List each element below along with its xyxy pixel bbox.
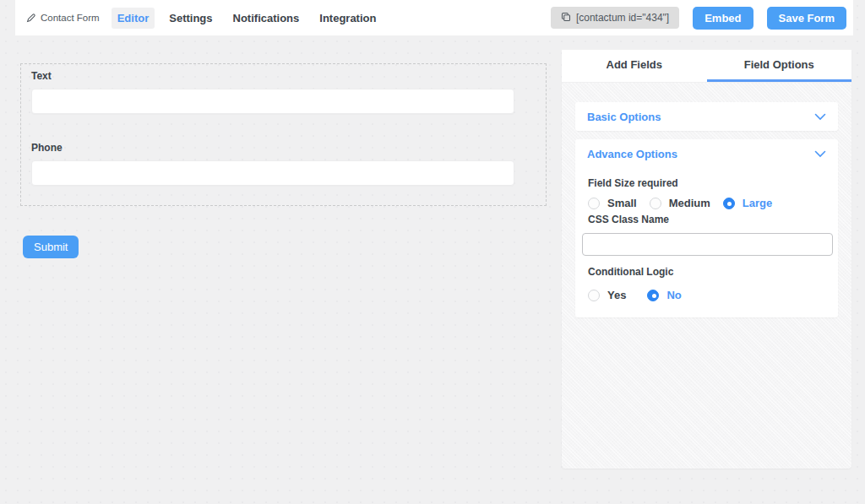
radio-icon: [588, 290, 600, 301]
advance-options-title: Advance Options: [587, 148, 677, 160]
panel-tab-bar: Add Fields Field Options: [562, 50, 851, 83]
top-bar-right: [contactum id="434"] Embed Save Form: [551, 7, 846, 30]
advance-options-body: Field Size required Small Medium Large: [575, 168, 838, 317]
form-field-phone[interactable]: Phone: [31, 142, 536, 186]
conditional-option-no[interactable]: No: [647, 289, 681, 301]
main-nav: Editor Settings Notifications Integratio…: [112, 8, 383, 29]
phone-field-input[interactable]: [31, 160, 514, 186]
form-title[interactable]: Contact Form: [25, 13, 100, 24]
nav-tab-editor[interactable]: Editor: [112, 8, 155, 29]
nav-tab-notifications[interactable]: Notifications: [227, 8, 306, 29]
panel-body: Basic Options Advance Options Fie: [562, 83, 851, 317]
field-size-option-large[interactable]: Large: [723, 197, 772, 209]
field-settings-panel: Add Fields Field Options Basic Options A…: [562, 50, 851, 469]
embed-button[interactable]: Embed: [693, 7, 753, 30]
form-preview-canvas[interactable]: Text Phone: [20, 63, 547, 206]
field-label-phone: Phone: [31, 142, 536, 154]
basic-options-toggle[interactable]: Basic Options: [575, 102, 838, 131]
css-class-input[interactable]: [582, 233, 833, 256]
shortcode-text: [contactum id="434"]: [576, 12, 669, 24]
radio-icon: [650, 198, 661, 209]
chevron-down-icon: [814, 109, 826, 124]
advance-options-toggle[interactable]: Advance Options: [575, 139, 838, 168]
nav-tab-integration[interactable]: Integration: [313, 8, 382, 29]
conditional-logic-radio-group: Yes No: [588, 289, 831, 301]
field-size-option-small[interactable]: Small: [588, 197, 637, 209]
radio-icon: [588, 198, 600, 209]
radio-checked-icon: [647, 290, 659, 301]
nav-tab-settings[interactable]: Settings: [163, 8, 218, 29]
form-title-label: Contact Form: [41, 13, 100, 23]
shortcode-copy-button[interactable]: [contactum id="434"]: [551, 7, 679, 29]
text-field-input[interactable]: [31, 89, 514, 114]
top-bar: Contact Form Editor Settings Notificatio…: [15, 0, 853, 35]
chevron-down-icon: [814, 146, 826, 161]
basic-options-title: Basic Options: [587, 111, 661, 123]
advance-options-section: Advance Options Field Size required Smal…: [575, 139, 838, 317]
top-bar-left: Contact Form Editor Settings Notificatio…: [25, 8, 382, 29]
submit-button[interactable]: Submit: [23, 236, 79, 258]
css-class-label: CSS Class Name: [588, 214, 831, 225]
pencil-icon: [25, 13, 36, 24]
field-label-text: Text: [31, 70, 536, 82]
field-size-label: Field Size required: [588, 177, 831, 189]
tab-field-options[interactable]: Field Options: [707, 50, 852, 82]
conditional-logic-label: Conditional Logic: [588, 266, 831, 278]
form-field-text[interactable]: Text: [31, 70, 536, 114]
field-size-option-medium[interactable]: Medium: [650, 197, 710, 209]
save-form-button[interactable]: Save Form: [767, 7, 846, 30]
copy-icon: [561, 12, 571, 24]
basic-options-section: Basic Options: [575, 102, 838, 131]
radio-checked-icon: [723, 198, 735, 209]
conditional-option-yes[interactable]: Yes: [588, 289, 626, 301]
tab-add-fields[interactable]: Add Fields: [562, 50, 707, 82]
field-size-radio-group: Small Medium Large: [588, 197, 831, 209]
